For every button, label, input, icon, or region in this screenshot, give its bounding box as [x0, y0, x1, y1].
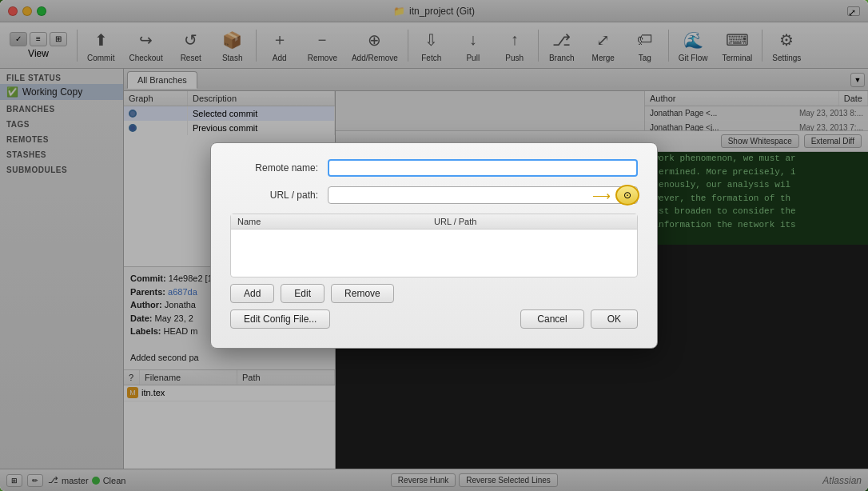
url-path-input-row: ⟶ ⊙	[328, 186, 638, 204]
edit-remote-button[interactable]: Edit	[281, 284, 325, 303]
modal-content: Remote name: URL / path: ⟶ ⊙	[211, 143, 657, 348]
remotes-table-header: Name URL / Path	[231, 214, 637, 230]
cancel-modal-button[interactable]: Cancel	[520, 309, 583, 329]
modal-footer-left: Edit Config File...	[230, 309, 330, 329]
url-path-label: URL / path:	[230, 190, 318, 201]
modal-footer: Edit Config File... Cancel OK	[230, 309, 638, 332]
modal-overlay: Remote name: URL / path: ⟶ ⊙	[0, 0, 868, 491]
ok-modal-button[interactable]: OK	[591, 309, 638, 329]
url-path-input[interactable]	[328, 186, 638, 204]
browse-icon: ⊙	[623, 190, 631, 201]
remotes-table: Name URL / Path	[230, 214, 638, 277]
browse-button[interactable]: ⊙	[615, 185, 639, 206]
add-remote-button[interactable]: Add	[230, 284, 274, 303]
table-col-url: URL / Path	[434, 217, 631, 226]
modal-action-btns: Add Edit Remove	[230, 284, 638, 303]
table-col-name: Name	[237, 217, 434, 226]
remove-remote-button[interactable]: Remove	[331, 284, 394, 303]
remote-name-row: Remote name:	[230, 159, 638, 177]
modal-footer-right: Cancel OK	[520, 309, 638, 329]
remote-name-input[interactable]	[328, 159, 638, 177]
url-path-row: URL / path: ⟶ ⊙	[230, 186, 638, 204]
remotes-modal: Remote name: URL / path: ⟶ ⊙	[210, 142, 658, 349]
remote-name-label: Remote name:	[230, 162, 318, 174]
edit-config-button[interactable]: Edit Config File...	[230, 309, 330, 329]
